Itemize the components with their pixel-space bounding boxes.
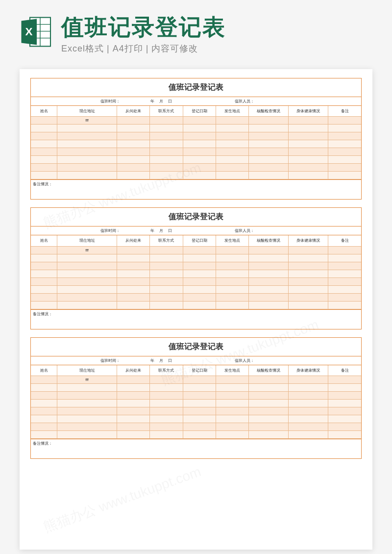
col-from: 从何处来 [117, 365, 149, 376]
table-cell [216, 392, 248, 400]
col-remark: 备注 [328, 365, 361, 376]
table-cell [57, 140, 117, 148]
table-cell [249, 270, 289, 277]
table-cell [249, 285, 289, 293]
table-row [31, 132, 361, 140]
table-cell [249, 125, 289, 132]
table-cell: fff [57, 376, 117, 384]
year-label: 年 [150, 358, 154, 363]
table-cell [117, 301, 149, 309]
table-cell [183, 285, 216, 293]
form-block: 值班记录登记表 值班时间： 年 月 日 值班人员： 姓名 现住地址 从何处来 联… [30, 337, 362, 459]
table-cell [249, 384, 289, 392]
table-cell [216, 156, 248, 164]
table-cell [31, 140, 57, 148]
table-cell [289, 164, 328, 172]
table-cell [150, 376, 183, 384]
table-cell [117, 392, 149, 400]
table-cell [216, 254, 248, 262]
date-row: 值班时间： 年 月 日 值班人员： [31, 97, 361, 106]
col-remark: 备注 [328, 235, 361, 246]
table-cell [31, 132, 57, 140]
table-cell [150, 431, 183, 439]
table-cell [31, 148, 57, 156]
table-cell [328, 376, 361, 384]
table-row [31, 172, 361, 179]
col-place: 发生地点 [216, 365, 248, 376]
table-row [31, 262, 361, 270]
table-cell [57, 407, 117, 415]
table-cell [150, 293, 183, 301]
table-cell [57, 156, 117, 164]
table-cell [183, 156, 216, 164]
month-label: 月 [159, 358, 163, 363]
table-cell [57, 415, 117, 423]
table-cell [289, 172, 328, 179]
table-cell [57, 148, 117, 156]
table-cell [249, 132, 289, 140]
notes-row: 备注情况： [31, 179, 361, 199]
table-cell [249, 423, 289, 431]
table-cell [216, 431, 248, 439]
table-cell [31, 277, 57, 285]
staff-label: 值班人员： [235, 228, 254, 233]
table-cell [150, 164, 183, 172]
col-remark: 备注 [328, 106, 361, 117]
table-cell [31, 423, 57, 431]
table-cell [31, 156, 57, 164]
duty-time-label: 值班时间： [100, 358, 120, 363]
duty-time-label: 值班时间： [100, 99, 120, 104]
table-cell [117, 140, 149, 148]
table-cell [328, 132, 361, 140]
table-cell [249, 407, 289, 415]
table-cell [150, 262, 183, 270]
table-cell [183, 254, 216, 262]
table-row [31, 415, 361, 423]
page-title: 值班记录登记表 [61, 15, 372, 40]
table-cell [183, 301, 216, 309]
table-cell [183, 172, 216, 179]
col-from: 从何处来 [117, 235, 149, 246]
table-cell [150, 277, 183, 285]
table-cell [289, 293, 328, 301]
col-health: 身体健康情况 [289, 365, 328, 376]
table-cell [150, 254, 183, 262]
table-cell [249, 415, 289, 423]
table-row [31, 400, 361, 407]
table-cell [328, 277, 361, 285]
table-cell [216, 376, 248, 384]
table-cell [249, 156, 289, 164]
table-cell [289, 277, 328, 285]
table-cell [31, 415, 57, 423]
table-cell [150, 148, 183, 156]
table-cell [150, 246, 183, 254]
table-cell [249, 117, 289, 125]
col-contact: 联系方式 [150, 106, 183, 117]
table-cell [216, 132, 248, 140]
table-cell [150, 172, 183, 179]
table-cell [31, 125, 57, 132]
table-row: fff [31, 246, 361, 254]
table-cell [328, 172, 361, 179]
table-cell [31, 431, 57, 439]
table-row [31, 277, 361, 285]
table-cell [289, 148, 328, 156]
table-row [31, 270, 361, 277]
table-cell [249, 293, 289, 301]
col-regdate: 登记日期 [183, 365, 216, 376]
table-cell [289, 431, 328, 439]
table-cell [57, 423, 117, 431]
table-cell [57, 400, 117, 407]
table-row [31, 125, 361, 132]
table-cell [289, 254, 328, 262]
col-contact: 联系方式 [150, 235, 183, 246]
table-row [31, 285, 361, 293]
table-cell [183, 270, 216, 277]
table-cell [117, 117, 149, 125]
table-cell [328, 148, 361, 156]
table-cell [31, 254, 57, 262]
table-cell [117, 148, 149, 156]
table-cell [183, 384, 216, 392]
table-cell [289, 262, 328, 270]
table-row [31, 384, 361, 392]
